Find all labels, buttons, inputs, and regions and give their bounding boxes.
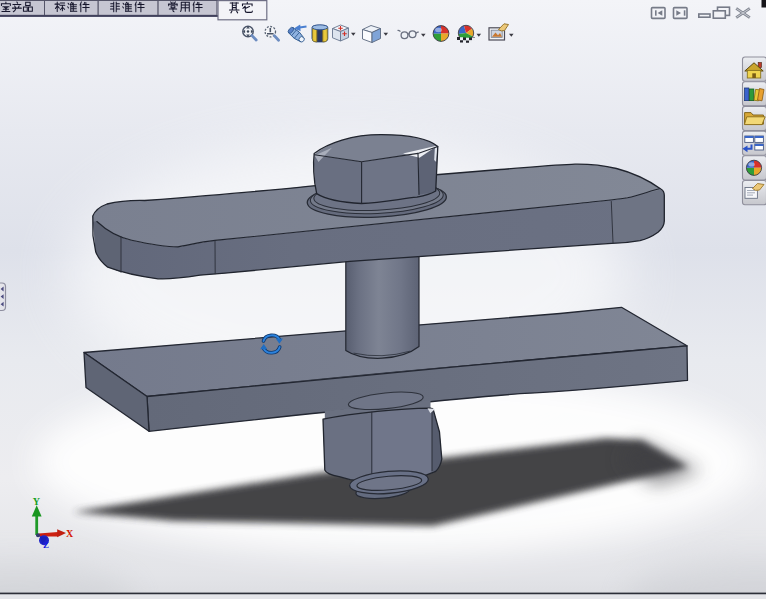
svg-text:Y: Y bbox=[33, 496, 41, 507]
svg-text:Z: Z bbox=[43, 540, 49, 550]
svg-text:X: X bbox=[66, 528, 74, 539]
